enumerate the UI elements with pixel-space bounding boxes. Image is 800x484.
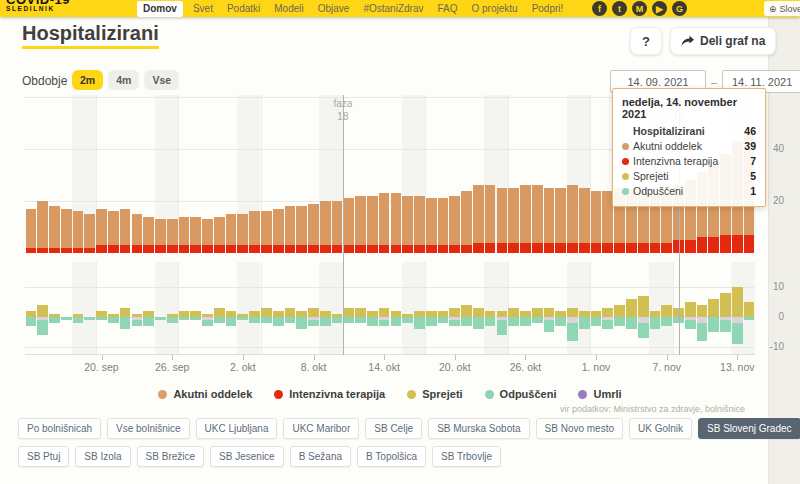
legend-item-odpu-eni[interactable]: Odpuščeni: [485, 388, 557, 400]
hospital-filter-ukc-maribor[interactable]: UKC Maribor: [283, 418, 359, 439]
bar-intenzivna-terapija[interactable]: [190, 245, 201, 253]
bar-akutni-oddelek[interactable]: [84, 214, 95, 248]
bar-odpusceni[interactable]: [379, 320, 390, 326]
bar-akutni-oddelek[interactable]: [155, 219, 166, 245]
bar-sprejeti[interactable]: [308, 308, 319, 317]
bar-odpusceni[interactable]: [343, 317, 354, 323]
bar-odpusceni[interactable]: [320, 317, 331, 326]
bar-intenzivna-terapija[interactable]: [143, 245, 154, 253]
bar-intenzivna-terapija[interactable]: [49, 248, 60, 253]
bar-sprejeti[interactable]: [214, 308, 225, 317]
period-chip-vse[interactable]: Vse: [144, 70, 179, 90]
bar-odpusceni[interactable]: [661, 317, 672, 326]
bar-sprejeti[interactable]: [744, 302, 755, 317]
hospital-filter-sb-izola[interactable]: SB Izola: [75, 446, 130, 467]
bar-odpusceni[interactable]: [296, 317, 307, 329]
bar-akutni-oddelek[interactable]: [520, 185, 531, 242]
bar-akutni-oddelek[interactable]: [355, 196, 366, 245]
bar-intenzivna-terapija[interactable]: [332, 245, 343, 253]
bar-akutni-oddelek[interactable]: [261, 211, 272, 245]
bar-akutni-oddelek[interactable]: [379, 193, 390, 245]
bar-intenzivna-terapija[interactable]: [73, 248, 84, 253]
bar-intenzivna-terapija[interactable]: [37, 248, 48, 253]
bar-intenzivna-terapija[interactable]: [308, 245, 319, 253]
bar-sprejeti[interactable]: [355, 308, 366, 317]
bar-akutni-oddelek[interactable]: [273, 209, 284, 245]
bar-odpusceni[interactable]: [426, 317, 437, 326]
bar-sprejeti[interactable]: [602, 308, 613, 317]
hospital-filter-sb-murska-sobota[interactable]: SB Murska Sobota: [428, 418, 529, 439]
bar-intenzivna-terapija[interactable]: [343, 245, 354, 253]
bar-odpusceni[interactable]: [391, 317, 402, 326]
bar-odpusceni[interactable]: [685, 320, 696, 329]
bar-intenzivna-terapija[interactable]: [567, 243, 578, 253]
bar-odpusceni[interactable]: [249, 317, 260, 323]
bar-akutni-oddelek[interactable]: [367, 196, 378, 245]
nav-item-svet[interactable]: Svet: [189, 2, 217, 15]
bar-odpusceni[interactable]: [708, 317, 719, 332]
bar-sprejeti[interactable]: [697, 305, 708, 317]
bar-akutni-oddelek[interactable]: [508, 188, 519, 243]
bar-sprejeti[interactable]: [37, 305, 48, 317]
bar-akutni-oddelek[interactable]: [555, 188, 566, 243]
bar-akutni-oddelek[interactable]: [143, 217, 154, 246]
bar-odpusceni[interactable]: [438, 317, 449, 323]
hospital-filter-vse-bolni-nice[interactable]: Vse bolnišnice: [107, 418, 189, 439]
bar-akutni-oddelek[interactable]: [343, 198, 354, 245]
bar-intenzivna-terapija[interactable]: [179, 245, 190, 253]
nav-item-faq[interactable]: FAQ: [433, 2, 461, 15]
bar-odpusceni[interactable]: [237, 317, 248, 320]
bar-odpusceni[interactable]: [532, 317, 543, 323]
bar-akutni-oddelek[interactable]: [532, 185, 543, 242]
facebook-icon[interactable]: f: [592, 1, 607, 16]
bar-intenzivna-terapija[interactable]: [508, 243, 519, 253]
nav-item-objave[interactable]: Objave: [314, 2, 354, 15]
bar-intenzivna-terapija[interactable]: [167, 245, 178, 253]
bar-intenzivna-terapija[interactable]: [226, 245, 237, 253]
bar-intenzivna-terapija[interactable]: [202, 245, 213, 253]
bar-sprejeti[interactable]: [261, 308, 272, 317]
hospital-filter-sb-slovenj-gradec[interactable]: SB Slovenj Gradec: [698, 418, 800, 439]
bar-intenzivna-terapija[interactable]: [379, 245, 390, 253]
bar-odpusceni[interactable]: [614, 317, 625, 326]
bar-intenzivna-terapija[interactable]: [602, 243, 613, 253]
nav-item-domov[interactable]: Domov: [137, 1, 183, 17]
bar-odpusceni[interactable]: [202, 320, 213, 326]
bar-odpusceni[interactable]: [308, 320, 319, 326]
bar-intenzivna-terapija[interactable]: [473, 243, 484, 253]
bar-akutni-oddelek[interactable]: [37, 201, 48, 248]
bar-intenzivna-terapija[interactable]: [285, 245, 296, 253]
bar-intenzivna-terapija[interactable]: [355, 245, 366, 253]
bar-odpusceni[interactable]: [214, 317, 225, 323]
bar-akutni-oddelek[interactable]: [449, 196, 460, 245]
bar-odpusceni[interactable]: [273, 317, 284, 326]
hospital-filter-ukc-ljubljana[interactable]: UKC Ljubljana: [196, 418, 278, 439]
bar-odpusceni[interactable]: [720, 320, 731, 332]
nav-item-o-projektu[interactable]: O projektu: [467, 2, 521, 15]
bar-intenzivna-terapija[interactable]: [96, 245, 107, 253]
bar-odpusceni[interactable]: [73, 317, 84, 323]
bar-akutni-oddelek[interactable]: [179, 217, 190, 246]
bar-odpusceni[interactable]: [461, 317, 472, 326]
bar-odpusceni[interactable]: [567, 323, 578, 341]
bar-sprejeti[interactable]: [544, 308, 555, 317]
bar-intenzivna-terapija[interactable]: [744, 235, 755, 253]
bar-akutni-oddelek[interactable]: [237, 214, 248, 245]
bar-sprejeti[interactable]: [532, 308, 543, 317]
hospital-filter-sb-celje[interactable]: SB Celje: [365, 418, 422, 439]
bar-odpusceni[interactable]: [591, 317, 602, 326]
bar-intenzivna-terapija[interactable]: [661, 243, 672, 253]
nav-item-podpri[interactable]: Podpri!: [528, 2, 568, 15]
bar-odpusceni[interactable]: [179, 317, 190, 320]
share-graph-button[interactable]: Deli graf na: [670, 27, 776, 55]
bar-intenzivna-terapija[interactable]: [438, 245, 449, 253]
medium-icon[interactable]: M: [632, 1, 647, 16]
bar-akutni-oddelek[interactable]: [132, 214, 143, 245]
bar-akutni-oddelek[interactable]: [591, 191, 602, 243]
hospital-filter-sb-trbovlje[interactable]: SB Trbovlje: [432, 446, 501, 467]
bar-odpusceni[interactable]: [555, 317, 566, 326]
bar-odpusceni[interactable]: [132, 320, 143, 326]
bar-intenzivna-terapija[interactable]: [697, 237, 708, 253]
hospital-filter-po-bolni-nicah[interactable]: Po bolnišnicah: [18, 418, 101, 439]
hospital-filter-sb-novo-mesto[interactable]: SB Novo mesto: [536, 418, 623, 439]
